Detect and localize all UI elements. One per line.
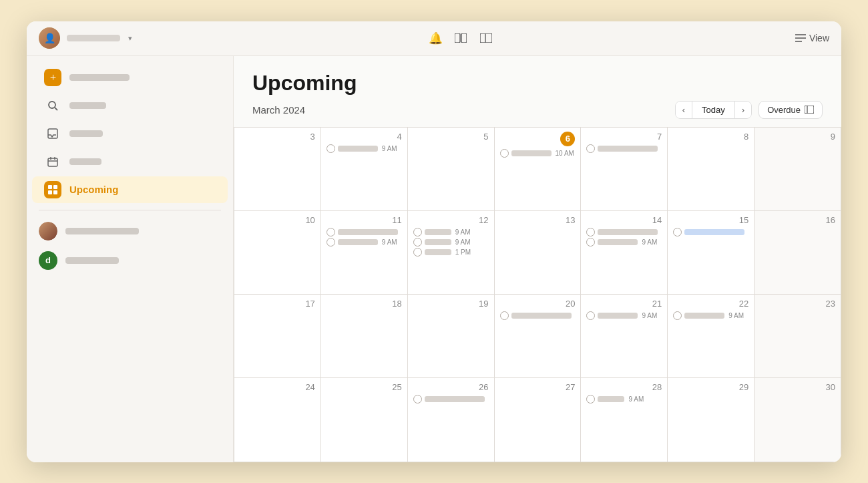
check-11-2[interactable] bbox=[327, 238, 335, 247]
check-26-1[interactable] bbox=[413, 395, 422, 404]
check-12-3[interactable] bbox=[413, 248, 422, 257]
check-12-1[interactable] bbox=[413, 228, 422, 236]
event-bar-28-1 bbox=[598, 396, 624, 402]
bell-icon[interactable]: 🔔 bbox=[426, 29, 445, 47]
date-21: 21 bbox=[586, 299, 662, 309]
calendar-label-bar bbox=[69, 158, 101, 165]
date-13: 13 bbox=[500, 215, 576, 225]
event-20-1 bbox=[500, 311, 576, 320]
chevron-down-icon[interactable]: ▾ bbox=[128, 34, 132, 43]
check-14-2[interactable] bbox=[586, 238, 595, 247]
cal-day-17[interactable]: 17 bbox=[234, 295, 321, 378]
event-12-2: 9 AM bbox=[413, 238, 489, 247]
check-4-1[interactable] bbox=[327, 144, 335, 153]
date-12: 12 bbox=[413, 215, 489, 225]
calendar-icon bbox=[44, 153, 61, 170]
check-6-1[interactable] bbox=[500, 149, 509, 158]
date-25: 25 bbox=[327, 382, 402, 392]
cal-day-18[interactable]: 18 bbox=[321, 295, 408, 378]
check-7-1[interactable] bbox=[586, 144, 595, 153]
inbox-label-bar bbox=[69, 130, 103, 137]
sidebar-item-add[interactable]: ＋ bbox=[32, 64, 228, 91]
add-label-bar bbox=[69, 74, 130, 81]
cal-day-9[interactable]: 9 bbox=[754, 128, 841, 211]
calendar-grid: 3 4 9 AM 5 bbox=[234, 127, 841, 462]
check-22-1[interactable] bbox=[673, 311, 682, 320]
cal-day-20[interactable]: 20 bbox=[495, 295, 582, 378]
cal-day-11[interactable]: 11 9 AM bbox=[321, 211, 408, 295]
sidebar-toggle-icon[interactable] bbox=[451, 29, 470, 47]
cal-day-26[interactable]: 26 bbox=[408, 378, 495, 462]
event-12-3: 1 PM bbox=[413, 248, 489, 257]
add-icon: ＋ bbox=[44, 69, 61, 86]
date-4: 4 bbox=[327, 132, 402, 142]
sidebar-item-upcoming[interactable]: Upcoming bbox=[32, 176, 228, 203]
check-21-1[interactable] bbox=[586, 311, 595, 320]
view-label: View bbox=[809, 33, 829, 43]
inbox-icon bbox=[44, 125, 61, 142]
check-12-2[interactable] bbox=[413, 238, 422, 247]
check-14-1[interactable] bbox=[586, 228, 595, 236]
date-18: 18 bbox=[327, 299, 402, 309]
date-22: 22 bbox=[673, 299, 748, 309]
cal-day-27[interactable]: 27 bbox=[495, 378, 582, 462]
event-14-1 bbox=[586, 228, 662, 236]
cal-day-4[interactable]: 4 9 AM bbox=[321, 128, 408, 211]
date-14: 14 bbox=[586, 215, 662, 225]
event-7-1 bbox=[586, 144, 662, 153]
cal-day-14[interactable]: 14 9 AM bbox=[581, 211, 668, 295]
cal-day-6[interactable]: 6 10 AM bbox=[495, 128, 582, 211]
check-11-1[interactable] bbox=[327, 228, 335, 236]
cal-day-10[interactable]: 10 bbox=[234, 211, 321, 295]
content-area: Upcoming March 2024 ‹ Today › Overdue bbox=[234, 56, 841, 462]
event-bar-20-1 bbox=[511, 313, 572, 319]
search-label-bar bbox=[69, 102, 106, 109]
cal-day-19[interactable]: 19 bbox=[408, 295, 495, 378]
date-5: 5 bbox=[413, 132, 489, 142]
cal-day-12[interactable]: 12 9 AM 9 AM bbox=[408, 211, 495, 295]
cal-day-24[interactable]: 24 bbox=[234, 378, 321, 462]
sidebar-item-search[interactable] bbox=[32, 92, 228, 119]
page-title: Upcoming bbox=[252, 71, 823, 96]
sidebar-item-person2[interactable]: d bbox=[27, 247, 233, 275]
date-11: 11 bbox=[327, 215, 402, 225]
event-bar-21-1 bbox=[598, 313, 638, 319]
sidebar-item-person1[interactable] bbox=[27, 217, 233, 245]
cal-day-21[interactable]: 21 9 AM bbox=[581, 295, 668, 378]
today-button[interactable]: Today bbox=[692, 102, 735, 118]
cal-day-13[interactable]: 13 bbox=[495, 211, 582, 295]
cal-day-5[interactable]: 5 bbox=[408, 128, 495, 211]
cal-day-22[interactable]: 22 9 AM bbox=[668, 295, 754, 378]
cal-day-15[interactable]: 15 bbox=[668, 211, 754, 295]
cal-day-25[interactable]: 25 bbox=[321, 378, 408, 462]
app-window: 👤 ▾ 🔔 View bbox=[27, 21, 841, 462]
date-23: 23 bbox=[760, 299, 835, 309]
cal-day-23[interactable]: 23 bbox=[754, 295, 841, 378]
next-button[interactable]: › bbox=[735, 102, 751, 118]
view-button[interactable]: View bbox=[795, 33, 829, 43]
cal-day-8[interactable]: 8 bbox=[668, 128, 754, 211]
event-bar-26-1 bbox=[425, 396, 485, 402]
event-bar-12-1 bbox=[425, 229, 451, 235]
date-30: 30 bbox=[760, 382, 835, 392]
overdue-button[interactable]: Overdue bbox=[758, 101, 823, 119]
cal-day-7[interactable]: 7 bbox=[581, 128, 668, 211]
cal-day-3[interactable]: 3 bbox=[234, 128, 321, 211]
content-header: Upcoming March 2024 ‹ Today › Overdue bbox=[234, 56, 841, 127]
check-20-1[interactable] bbox=[500, 311, 509, 320]
cal-day-30[interactable]: 30 bbox=[754, 378, 841, 462]
cal-day-29[interactable]: 29 bbox=[668, 378, 754, 462]
check-28-1[interactable] bbox=[586, 395, 595, 404]
check-15-1[interactable] bbox=[673, 228, 682, 236]
avatar[interactable]: 👤 bbox=[39, 27, 60, 49]
event-bar-14-2 bbox=[598, 239, 638, 245]
sidebar-item-inbox[interactable] bbox=[32, 120, 228, 147]
event-bar-22-1 bbox=[684, 313, 724, 319]
panel-icon[interactable] bbox=[477, 29, 495, 47]
sidebar-item-calendar[interactable] bbox=[32, 148, 228, 175]
svg-rect-18 bbox=[805, 106, 814, 114]
cal-day-28[interactable]: 28 9 AM bbox=[581, 378, 668, 462]
cal-day-16[interactable]: 16 bbox=[754, 211, 841, 295]
svg-rect-16 bbox=[48, 190, 52, 194]
prev-button[interactable]: ‹ bbox=[676, 102, 692, 118]
